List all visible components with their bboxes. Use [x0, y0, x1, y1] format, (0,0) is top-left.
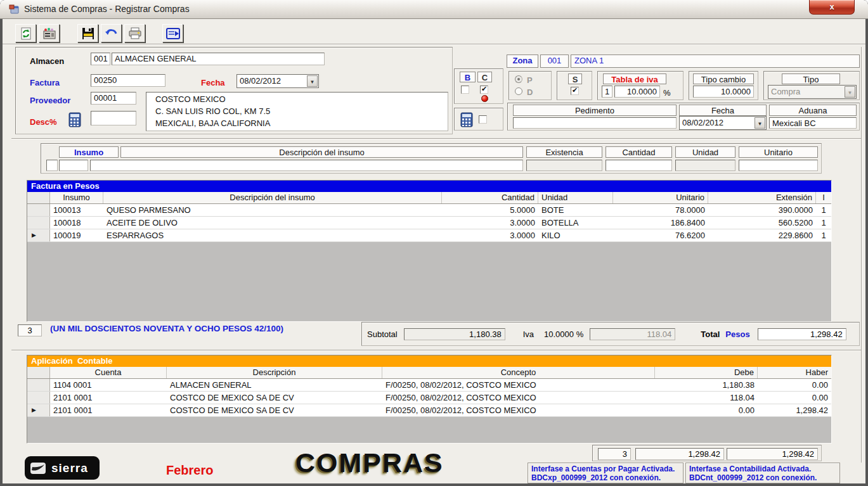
insumo-cantidad-field[interactable] [606, 160, 672, 171]
chevron-down-icon[interactable] [307, 75, 318, 87]
pedimento-fecha-value: 08/02/2012 [682, 118, 723, 127]
b-checkbox[interactable] [461, 86, 469, 94]
table-row[interactable]: 2101 0001 COSTCO DE MEXICO SA DE CV F/00… [27, 404, 831, 417]
aduana-field[interactable]: Mexicali BC [769, 117, 857, 129]
status-cnt-line1: Interfase a Contabilidad Activada. [689, 464, 836, 473]
table-row[interactable]: 100018 ACEITE DE OLIVO 3.0000 BOTELLA 18… [27, 217, 831, 229]
refresh-button[interactable] [15, 24, 36, 42]
pedimento-field[interactable] [513, 117, 677, 129]
contable-totals-panel: 3 1,298.42 1,298.42 [592, 445, 822, 461]
undo-button[interactable] [101, 24, 122, 42]
almacen-label: Almacen [30, 56, 64, 66]
table-row[interactable]: 100019 ESPARRAGOS 3.0000 KILO 76.6200 22… [27, 229, 831, 242]
p-label: P [527, 75, 533, 85]
col-descripcion: Descripción del insumo [103, 192, 442, 203]
cell-debe: 0.00 [655, 404, 758, 416]
properties-button[interactable] [39, 24, 60, 42]
tabla-iva-group: Tabla de iva 1 10.0000 % [597, 71, 683, 100]
sierra-logo-text: sierra [51, 461, 88, 475]
cell-haber: 1,298.42 [758, 404, 831, 416]
col-cantidad: Cantidad [442, 192, 538, 203]
cell-unitario: 76.6200 [613, 229, 708, 241]
cell-haber: 0.00 [758, 392, 831, 404]
insumo-unidad-field [675, 160, 735, 171]
close-button[interactable]: x [809, 0, 855, 15]
insumo-code-field[interactable] [59, 160, 88, 171]
insumo-unitario-field[interactable] [739, 160, 818, 171]
record-selector[interactable] [27, 204, 50, 216]
cell-unidad: BOTELLA [538, 217, 613, 229]
app-icon [9, 4, 19, 15]
status-cnt-line2: BDCnt_000999_2012 con conexión. [689, 473, 836, 482]
fecha-dropdown[interactable]: 08/02/2012 [236, 74, 319, 88]
d-radio[interactable] [515, 87, 522, 95]
tabla-iva-index-field[interactable]: 1 [602, 86, 612, 98]
proveedor-code-field[interactable]: 00001 [91, 92, 136, 105]
calculator-icon[interactable] [460, 112, 473, 127]
row-count-box: 3 [18, 324, 42, 336]
table-row[interactable]: 2101 0001 COSTCO DE MEXICO SA DE CV F/00… [27, 392, 831, 404]
record-selector[interactable] [27, 217, 50, 229]
s-checkbox[interactable] [571, 87, 579, 95]
table-row[interactable]: 1104 0001 ALMACEN GENERAL F/00250, 08/02… [27, 379, 831, 392]
factura-field[interactable]: 00250 [91, 74, 165, 87]
tabla-iva-rate-field[interactable]: 10.0000 [614, 86, 660, 98]
cell-extension: 390.0000 [708, 204, 816, 216]
c-checkbox[interactable] [480, 86, 488, 94]
record-selector[interactable] [27, 392, 50, 404]
undo-icon [105, 28, 119, 39]
cell-extension: 560.5200 [708, 217, 816, 229]
insumo-descripcion-field[interactable] [90, 160, 523, 171]
almacen-name-field[interactable]: ALMACEN GENERAL [112, 53, 325, 65]
print-button[interactable] [124, 24, 145, 42]
almacen-code-field[interactable]: 001 [91, 53, 110, 65]
cell-descripcion: ESPARRAGOS [103, 229, 442, 241]
col-cuenta: Cuenta [50, 367, 167, 378]
record-selector[interactable] [27, 379, 50, 391]
zona-code-field[interactable]: 001 [540, 54, 569, 68]
pedimento-fecha-dropdown[interactable]: 08/02/2012 [679, 116, 767, 130]
save-button[interactable] [77, 24, 98, 42]
pedimento-checkbox[interactable] [479, 115, 487, 124]
exit-button[interactable] [162, 24, 183, 42]
p-radio[interactable] [515, 75, 522, 83]
refresh-icon [20, 27, 32, 40]
cell-descripcion: ACEITE DE OLIVO [103, 217, 442, 229]
proveedor-address-line2: C. SAN LUIS RIO COL, KM 7.5 [149, 105, 445, 117]
subtotal-value: 1,180.38 [404, 328, 505, 340]
total-value: 1,298.42 [758, 328, 846, 340]
tipo-cambio-field[interactable]: 10.0000 [693, 86, 754, 98]
header-selector-cell [27, 367, 50, 378]
cell-cuenta: 2101 0001 [50, 404, 167, 416]
cell-i: 1 [816, 204, 831, 216]
record-selector-current[interactable] [27, 229, 50, 241]
pd-group: P D [508, 71, 552, 100]
tabla-iva-pct-label: % [663, 88, 671, 98]
calculator-icon[interactable] [68, 112, 81, 127]
currency-label: Pesos [725, 329, 749, 339]
table-row[interactable]: 100013 QUESO PARMESANO 5.0000 BOTE 78.00… [27, 204, 831, 217]
col-extension: Extensión [708, 192, 816, 203]
header-selector-cell [27, 192, 50, 203]
header-form-panel: Almacen 001 ALMACEN GENERAL Factura 0025… [15, 47, 453, 134]
cell-i: 1 [816, 217, 831, 229]
cell-i: 1 [816, 229, 831, 241]
separator [861, 47, 862, 463]
tipo-dropdown[interactable]: Compra [768, 85, 857, 99]
insumo-entry-header-unitario: Unitario [739, 146, 818, 158]
window-title: Sistema de Compras - Registrar Compras [24, 4, 190, 14]
zona-name-field[interactable]: ZONA 1 [571, 54, 860, 68]
cell-cantidad: 3.0000 [442, 217, 538, 229]
title-bar[interactable]: Sistema de Compras - Registrar Compras x [0, 0, 868, 19]
desc-field[interactable] [91, 111, 136, 125]
toolbar [3, 19, 865, 45]
insumo-flag-field[interactable] [46, 160, 58, 171]
tipo-cambio-label: Tipo cambio [693, 74, 754, 84]
cell-unidad: KILO [538, 229, 613, 241]
status-cxp: Interfase a Cuentas por Pagar Activada. … [528, 463, 683, 483]
chevron-down-icon[interactable] [755, 117, 765, 129]
grid-empty-area [27, 417, 831, 443]
record-selector-current[interactable] [27, 404, 50, 416]
cell-debe: 1,180.38 [655, 379, 758, 391]
proveedor-address-line3: MEXICALI, BAJA CALIFORNIA [149, 117, 445, 129]
